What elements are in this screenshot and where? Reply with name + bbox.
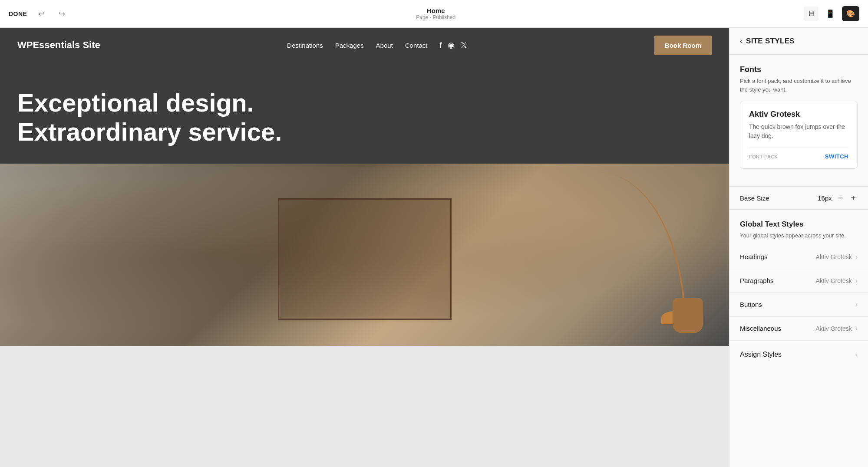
desktop-view-button[interactable]: 🖥	[804, 7, 818, 21]
undo-icon: ↩	[38, 10, 45, 18]
headings-label: Headings	[740, 253, 767, 260]
font-pack-name: Aktiv Grotesk	[749, 110, 848, 119]
miscellaneous-right: Aktiv Grotesk ›	[815, 325, 858, 332]
book-room-button[interactable]: Book Room	[654, 36, 712, 55]
assign-styles-chevron-icon: ›	[855, 351, 858, 358]
buttons-right: ›	[852, 301, 858, 309]
headings-chevron-icon: ›	[855, 253, 858, 261]
nav-destinations[interactable]: Destinations	[287, 42, 323, 49]
mobile-icon: 📱	[825, 10, 835, 18]
paint-icon: 🎨	[846, 10, 855, 17]
sidebar-title: SITE STYLES	[746, 37, 795, 46]
mobile-view-button[interactable]: 📱	[822, 7, 838, 21]
nav-contact[interactable]: Contact	[405, 42, 428, 49]
social-icons: f ◉ 𝕏	[439, 40, 467, 50]
sidebar-header: ‹ SITE STYLES	[729, 28, 868, 55]
plant-decoration	[673, 298, 703, 333]
site-preview: WPEssentials Site Destinations Packages …	[0, 28, 729, 346]
canvas: WPEssentials Site Destinations Packages …	[0, 28, 729, 467]
paragraphs-label: Paragraphs	[740, 277, 774, 284]
toolbar-center: Home Page · Published	[416, 7, 455, 20]
facebook-icon[interactable]: f	[439, 41, 442, 50]
site-nav: WPEssentials Site Destinations Packages …	[0, 28, 729, 62]
paint-button[interactable]: 🎨	[842, 6, 859, 21]
nav-about[interactable]: About	[376, 42, 393, 49]
font-pack-card: Aktiv Grotesk The quick brown fox jumps …	[740, 101, 858, 169]
base-size-controls: 16px − +	[818, 194, 858, 202]
base-size-value: 16px	[818, 194, 832, 202]
site-menu: Destinations Packages About Contact f ◉ …	[287, 40, 467, 50]
miscellaneous-chevron-icon: ›	[855, 325, 858, 332]
font-pack-switch-button[interactable]: SWITCH	[825, 153, 848, 160]
hero-line1: Exceptional design.	[17, 89, 712, 118]
headings-right: Aktiv Grotesk ›	[815, 253, 858, 261]
font-pack-footer: FONT PACK SWITCH	[749, 148, 848, 160]
twitter-icon[interactable]: 𝕏	[461, 40, 467, 50]
increase-size-button[interactable]: +	[849, 194, 858, 202]
headings-value: Aktiv Grotesk	[815, 253, 851, 260]
hero-line2: Extraordinary service.	[17, 118, 712, 147]
page-title: Home	[416, 7, 455, 14]
toolbar-right: 🖥 📱 🎨	[804, 6, 859, 21]
buttons-row[interactable]: Buttons ›	[729, 293, 868, 317]
fonts-title: Fonts	[740, 65, 858, 74]
toolbar: DONE ↩ ↪ Home Page · Published 🖥 📱 🎨	[0, 0, 868, 28]
buttons-chevron-icon: ›	[855, 301, 858, 309]
base-size-row: Base Size 16px − +	[729, 187, 868, 210]
decrease-size-button[interactable]: −	[836, 194, 845, 202]
instagram-icon[interactable]: ◉	[448, 40, 455, 50]
undo-button[interactable]: ↩	[36, 7, 47, 20]
base-size-label: Base Size	[740, 194, 769, 202]
sidebar: ‹ SITE STYLES Fonts Pick a font pack, an…	[729, 28, 868, 467]
global-text-title: Global Text Styles	[740, 220, 858, 229]
miscellaneous-label: Miscellaneous	[740, 325, 781, 332]
hero-title: Exceptional design. Extraordinary servic…	[17, 89, 712, 146]
hero-text-area: Exceptional design. Extraordinary servic…	[0, 62, 729, 164]
fonts-description: Pick a font pack, and customize it to ac…	[740, 77, 858, 94]
paragraphs-right: Aktiv Grotesk ›	[815, 277, 858, 285]
main-area: WPEssentials Site Destinations Packages …	[0, 28, 868, 467]
global-text-desc: Your global styles appear across your si…	[740, 231, 858, 240]
assign-styles-row[interactable]: Assign Styles ›	[729, 341, 868, 368]
miscellaneous-value: Aktiv Grotesk	[815, 325, 851, 332]
paragraphs-value: Aktiv Grotesk	[815, 277, 851, 284]
assign-styles-label: Assign Styles	[740, 351, 782, 358]
done-button[interactable]: DONE	[9, 10, 27, 17]
furniture-decoration	[278, 198, 452, 320]
page-subtitle: Page · Published	[416, 14, 455, 20]
paragraphs-chevron-icon: ›	[855, 277, 858, 285]
redo-button[interactable]: ↪	[56, 7, 68, 20]
miscellaneous-row[interactable]: Miscellaneous Aktiv Grotesk ›	[729, 317, 868, 341]
nav-packages[interactable]: Packages	[335, 42, 364, 49]
hero-image	[0, 164, 729, 346]
site-logo: WPEssentials Site	[17, 39, 100, 51]
sidebar-back-button[interactable]: ‹	[740, 36, 743, 46]
paragraphs-row[interactable]: Paragraphs Aktiv Grotesk ›	[729, 269, 868, 293]
fonts-section: Fonts Pick a font pack, and customize it…	[729, 55, 868, 187]
headings-row[interactable]: Headings Aktiv Grotesk ›	[729, 245, 868, 269]
toolbar-left: DONE ↩ ↪	[9, 7, 68, 20]
global-text-section: Global Text Styles Your global styles ap…	[729, 210, 868, 245]
font-pack-preview: The quick brown fox jumps over the lazy …	[749, 122, 848, 141]
redo-icon: ↪	[59, 10, 65, 18]
desktop-icon: 🖥	[807, 9, 815, 18]
font-pack-label: FONT PACK	[749, 154, 778, 159]
buttons-label: Buttons	[740, 301, 762, 308]
